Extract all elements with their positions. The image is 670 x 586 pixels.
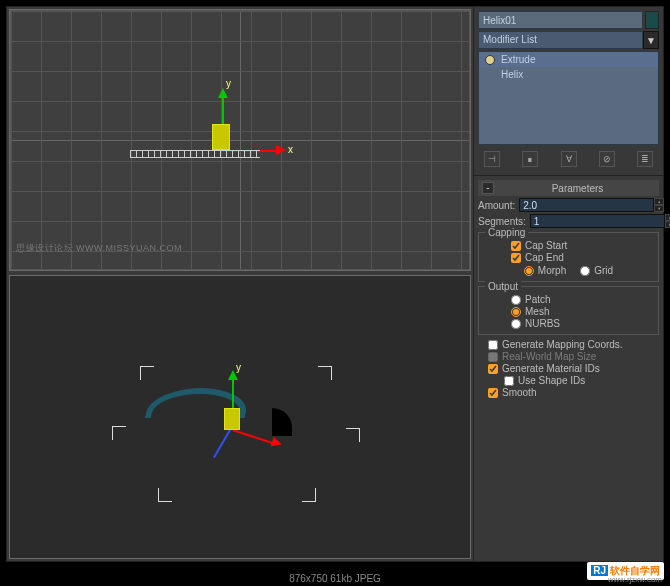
show-end-result-icon[interactable]: ∎ (522, 151, 538, 167)
stack-item-extrude[interactable]: Extrude (479, 52, 658, 67)
segments-spinner[interactable]: ▲▼ (530, 214, 670, 228)
axis-label-x: x (288, 144, 293, 155)
gizmo-plane-persp[interactable] (224, 408, 240, 430)
segments-label: Segments: (478, 216, 526, 227)
app-frame: /*grid drawn via inline elements below*/… (6, 6, 664, 562)
visibility-toggle-icon[interactable] (485, 55, 495, 65)
viewport-area: /*grid drawn via inline elements below*/… (7, 7, 473, 561)
pin-stack-icon[interactable]: ⊣ (484, 151, 500, 167)
spinner-down-icon[interactable]: ▼ (654, 205, 664, 212)
amount-spinner[interactable]: ▲▼ (519, 198, 664, 212)
capping-group: Capping Cap Start Cap End Morph Grid (478, 232, 659, 282)
output-patch-radio[interactable]: Patch (511, 294, 654, 305)
stack-item-label: Extrude (501, 54, 535, 65)
amount-label: Amount: (478, 200, 515, 211)
cap-type-morph-radio[interactable]: Morph (524, 265, 566, 276)
axis-label-y: y (226, 78, 231, 89)
capping-group-title: Capping (485, 227, 528, 238)
output-group: Output Patch Mesh NURBS (478, 286, 659, 335)
helix-geometry (130, 150, 260, 158)
gen-mapping-checkbox[interactable]: Generate Mapping Coords. (488, 339, 659, 350)
viewport-perspective[interactable]: y (9, 275, 471, 559)
use-shape-ids-checkbox[interactable]: Use Shape IDs (504, 375, 659, 386)
viewport-top[interactable]: /*grid drawn via inline elements below*/… (9, 9, 471, 271)
gizmo-plane[interactable] (212, 124, 230, 150)
output-group-title: Output (485, 281, 521, 292)
watermark-text: 思缘设计论坛 WWW.MISSYUAN.COM (16, 242, 182, 255)
spinner-up-icon[interactable]: ▲ (654, 198, 664, 205)
dropdown-arrow-icon[interactable]: ▼ (643, 31, 659, 49)
rollout-header-parameters[interactable]: - Parameters (478, 180, 659, 196)
smooth-checkbox[interactable]: Smooth (488, 387, 659, 398)
configure-sets-icon[interactable]: ≣ (637, 151, 653, 167)
modifier-stack[interactable]: Extrude Helix (478, 51, 659, 145)
remove-modifier-icon[interactable]: ⊘ (599, 151, 615, 167)
axis-y-label-persp: y (236, 362, 241, 373)
modifier-list-dropdown[interactable]: Modifier List (478, 31, 643, 49)
site-url: www.rjzxw.com (608, 575, 662, 584)
make-unique-icon[interactable]: ∀ (561, 151, 577, 167)
rollout-title: Parameters (500, 183, 655, 194)
cap-end-checkbox[interactable]: Cap End (511, 252, 654, 263)
object-name-input[interactable] (478, 11, 643, 29)
gen-material-ids-checkbox[interactable]: Generate Material IDs (488, 363, 659, 374)
command-panel: Modifier List ▼ Extrude Helix ⊣ ∎ ∀ ⊘ ≣ … (473, 7, 663, 561)
shadow-geo (272, 408, 292, 436)
amount-input[interactable] (519, 198, 654, 212)
cap-start-checkbox[interactable]: Cap Start (511, 240, 654, 251)
rollout-collapse-icon[interactable]: - (482, 182, 494, 194)
stack-item-helix[interactable]: Helix (479, 67, 658, 82)
spinner-down-icon[interactable]: ▼ (665, 221, 670, 228)
output-nurbs-radio[interactable]: NURBS (511, 318, 654, 329)
object-color-swatch[interactable] (645, 11, 659, 29)
stack-toolbar: ⊣ ∎ ∀ ⊘ ≣ (478, 147, 659, 171)
image-caption: 876x750 61kb JPEG (289, 573, 381, 584)
cap-type-grid-radio[interactable]: Grid (580, 265, 613, 276)
stack-item-label: Helix (501, 69, 523, 80)
output-mesh-radio[interactable]: Mesh (511, 306, 654, 317)
spinner-up-icon[interactable]: ▲ (665, 214, 670, 221)
segments-input[interactable] (530, 214, 665, 228)
real-world-checkbox: Real-World Map Size (488, 351, 659, 362)
